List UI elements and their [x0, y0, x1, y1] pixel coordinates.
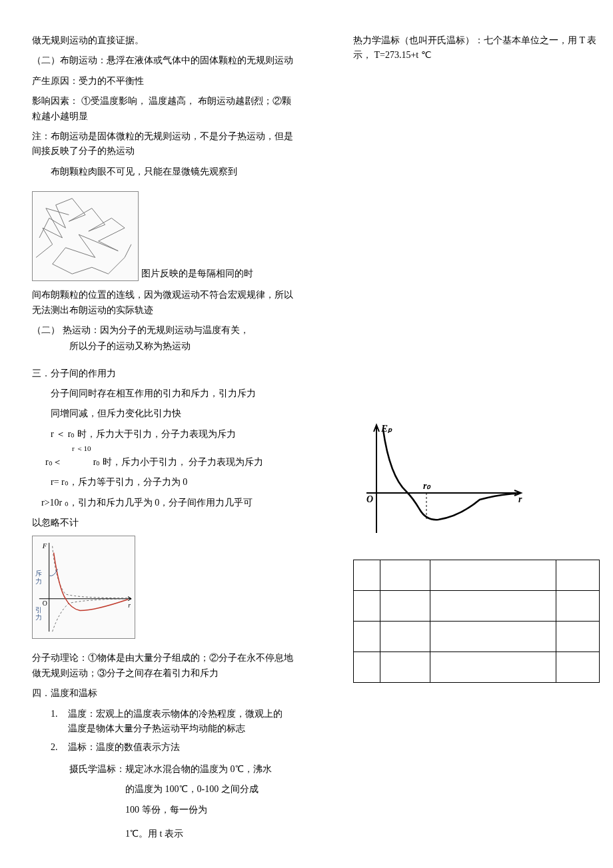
force-line3b: r ＜10	[32, 443, 299, 455]
table-row	[354, 651, 600, 682]
list-num-1: 1.	[51, 707, 65, 721]
molecular-theory: 分子动理论：①物体是由大量分子组成的；②分子在永不停息地做无规则运动；③分子之间…	[32, 651, 299, 681]
list-num-2: 2.	[51, 740, 65, 755]
ep-y-label: Eₚ	[380, 423, 392, 434]
microscope-note: 布朗颗粒肉眼不可见，只能在显微镜先观察到	[32, 165, 299, 179]
ep-r0-label: r₀	[423, 481, 431, 491]
scale-def: 温标：温度的数值表示方法	[68, 740, 288, 755]
ep-origin-label: O	[366, 494, 373, 504]
axis-F-label: F	[42, 542, 47, 550]
force-line4b: r₀ 时，斥力小于引力， 分子力表现为斥力	[93, 457, 264, 467]
brownian-motion-figure	[32, 191, 139, 281]
svg-text:力: 力	[35, 578, 42, 585]
force-line5: r= r₀，斥力等于引力，分子力为 0	[32, 475, 299, 490]
factors: 影响因素： ①受温度影响， 温度越高， 布朗运动越剧烈；②颗粒越小越明显	[32, 94, 299, 124]
empty-grid-table	[353, 560, 600, 683]
force-line1: 分子间同时存在相互作用的引力和斥力，引力斥力	[32, 386, 299, 401]
force-line2: 同增同减，但斥力变化比引力快	[32, 406, 299, 421]
direct-evidence: 做无规则运动的直接证据。	[32, 33, 299, 48]
ep-x-label: r	[518, 494, 522, 504]
molecular-force-chart: F 斥 力 引 力 O r	[32, 536, 135, 639]
celsius-1: 摄氏学温标：规定冰水混合物的温度为 0℃，沸水	[32, 762, 299, 777]
celsius-3: 100 等份，每一份为	[32, 803, 299, 817]
section-3-heading: 三．分子间的作用力	[32, 366, 299, 381]
table-row	[354, 560, 600, 590]
figure-caption-inline: 图片反映的是每隔相同的时	[141, 268, 253, 278]
temperature-def: 温度：宏观上的温度表示物体的冷热程度，微观上的温度是物体大量分子热运动平均动能的…	[68, 707, 288, 737]
thermal-motion-a: （二） 热运动：因为分子的无规则运动与温度有关，	[32, 323, 299, 338]
cause: 产生原因：受力的不平衡性	[32, 74, 299, 89]
table-row	[354, 590, 600, 621]
attraction-label: 引	[35, 606, 42, 614]
celsius-2: 的温度为 100℃，0-100 之间分成	[32, 782, 299, 797]
force-line4a: r₀＜	[45, 457, 62, 467]
kelvin-scale: 热力学温标（也叫开氏温标）：七个基本单位之一，用 T 表示， T=273.15+…	[353, 33, 598, 63]
thermal-motion-b: 所以分子的运动又称为热运动	[32, 339, 299, 354]
repulsion-label: 斥	[35, 570, 42, 578]
force-line3: r ＜ r₀ 时，斥力大于引力，分子力表现为斥力	[32, 427, 299, 442]
force-line6b: 以忽略不计	[32, 516, 299, 530]
svg-text:力: 力	[35, 614, 42, 622]
table-row	[354, 621, 600, 651]
potential-energy-chart: Eₚ O r₀ r	[360, 420, 526, 540]
origin-label: O	[43, 600, 47, 607]
note-brownian: 注：布朗运动是固体微粒的无规则运动，不是分子热运动，但是间接反映了分子的热运动	[32, 129, 299, 159]
trajectory-note: 间布朗颗粒的位置的连线，因为微观运动不符合宏观规律，所以无法测出布朗运动的实际轨…	[32, 288, 299, 318]
celsius-4: 1℃。用 t 表示	[32, 827, 299, 841]
section-4-heading: 四．温度和温标	[32, 686, 299, 701]
svg-text:r: r	[128, 602, 131, 609]
brownian-def: （二）布朗运动：悬浮在液体或气体中的固体颗粒的无规则运动	[32, 53, 299, 68]
force-line6a: r>10r ₀，引力和斥力几乎为 0，分子间作用力几乎可	[41, 498, 253, 508]
